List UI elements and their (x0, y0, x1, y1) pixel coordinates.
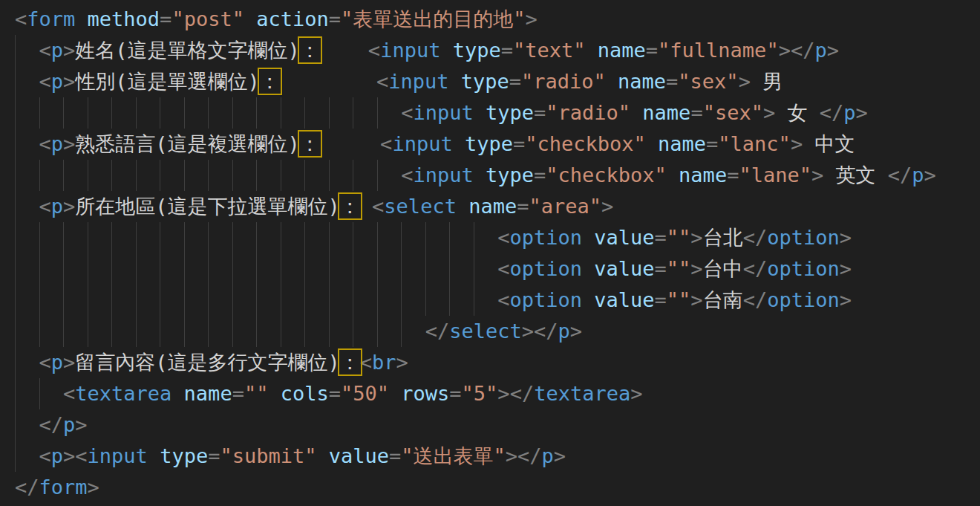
code-line[interactable]: <p>留言內容(這是多行文字欄位)：<br> (0, 347, 980, 378)
code-line[interactable]: <form method="post" action="表單送出的目的地"> (0, 4, 980, 35)
indent-guide (256, 97, 257, 129)
code-token (646, 132, 658, 155)
code-token: > (779, 39, 791, 62)
unicode-highlight-box: ： (260, 70, 280, 93)
code-token: input (413, 101, 473, 124)
code-token: type (486, 101, 534, 124)
indent-guide (15, 97, 16, 129)
indent-guide (208, 285, 209, 316)
code-token: p (51, 70, 63, 93)
code-token (320, 39, 368, 62)
code-line[interactable]: <option value="">台中</option> (0, 253, 980, 285)
indent-guide (304, 316, 305, 347)
code-token: < (39, 195, 51, 218)
indent-guide (15, 409, 16, 441)
indent-guide (232, 253, 233, 285)
code-token: = (655, 288, 667, 311)
indent-guide (281, 285, 281, 316)
code-line[interactable]: <p>熟悉語言(這是複選欄位)： <input type="checkbox" … (0, 129, 980, 160)
code-token: > (739, 70, 751, 93)
code-token: "sex" (678, 70, 738, 93)
code-token: "post" (172, 7, 244, 30)
code-token: textarea (75, 382, 172, 405)
code-token: > (526, 7, 538, 30)
code-line[interactable]: <p>姓名(這是單格文字欄位)： <input type="text" name… (0, 35, 980, 66)
code-token: value (594, 257, 654, 280)
code-token (75, 7, 87, 30)
code-token: select (384, 195, 457, 218)
code-token: option (767, 226, 840, 249)
code-token (320, 132, 380, 155)
code-token: > (554, 444, 566, 467)
code-token: p (51, 39, 63, 62)
code-token: p (51, 195, 63, 218)
code-token: name (642, 101, 690, 124)
code-line[interactable]: <input type="radio" name="sex"> 女 </p> (0, 97, 980, 129)
indent-guide (15, 285, 16, 316)
code-token: > (763, 101, 775, 124)
indent-guide (401, 253, 402, 285)
code-token: rows (401, 382, 449, 405)
code-token: type (486, 163, 534, 186)
indent-guide (353, 222, 353, 253)
code-line[interactable]: <input type="checkbox" name="lane"> 英文 <… (0, 160, 980, 191)
code-token: </ (888, 163, 912, 186)
indent-guide (377, 316, 378, 347)
indent-guide (111, 253, 112, 285)
code-token: "" (244, 382, 269, 405)
code-token: = (666, 70, 678, 93)
indent-guide (111, 160, 112, 191)
indent-guide (111, 316, 112, 347)
code-token: > (506, 444, 517, 467)
indent-guide (15, 253, 16, 285)
code-token: </ (820, 101, 844, 124)
code-token: option (509, 226, 582, 249)
code-line[interactable]: <textarea name="" cols="50" rows="5"></t… (0, 378, 980, 409)
indent-guide (449, 285, 450, 316)
indent-guide (39, 285, 40, 316)
code-token: = (501, 39, 513, 62)
code-token: name (679, 163, 727, 186)
indent-guide (88, 285, 88, 316)
code-token (582, 288, 594, 311)
code-token: = (160, 7, 172, 30)
code-token: input (88, 444, 148, 467)
indent-guide (39, 253, 40, 285)
code-token: "送出表單" (401, 444, 506, 467)
code-token: "lane" (739, 163, 811, 186)
code-line[interactable]: <p>性別(這是單選欄位)： <input type="radio" name=… (0, 66, 980, 97)
code-line[interactable]: <p>所在地區(這是下拉選單欄位)： <select name="area"> (0, 191, 980, 222)
indent-guide (377, 285, 378, 316)
code-token: "50" (341, 382, 389, 405)
code-line[interactable]: <p><input type="submit" value="送出表單"></p… (0, 441, 980, 472)
code-line[interactable]: </p> (0, 409, 980, 441)
indent-guide (88, 222, 88, 253)
indent-guide (15, 441, 16, 472)
code-token: name (468, 195, 517, 218)
code-token (453, 132, 465, 155)
code-line[interactable]: </select></p> (0, 316, 980, 347)
code-token: > (811, 163, 823, 186)
code-token: p (51, 444, 63, 467)
indent-guide (304, 160, 305, 191)
code-token: = (646, 39, 658, 62)
code-token: > (63, 39, 75, 62)
indent-guide (232, 222, 233, 253)
indent-guide (208, 160, 209, 191)
code-line[interactable]: <option value="">台北</option> (0, 222, 980, 253)
code-token: type (461, 70, 509, 93)
code-line[interactable]: <option value="">台南</option> (0, 285, 980, 316)
indent-guide (329, 160, 330, 191)
code-token: "" (667, 288, 691, 311)
code-token: p (814, 39, 826, 62)
code-line[interactable]: </form> (0, 472, 980, 503)
indent-guide (401, 222, 402, 253)
code-token: </ (743, 226, 768, 249)
code-token: 熟悉語言(這是複選欄位) (75, 132, 300, 155)
indent-guide (401, 285, 402, 316)
indent-guide (232, 97, 233, 129)
indent-guide (160, 253, 160, 285)
code-token: = (517, 195, 529, 218)
code-token: </ (39, 413, 64, 436)
indent-guide (15, 347, 16, 378)
